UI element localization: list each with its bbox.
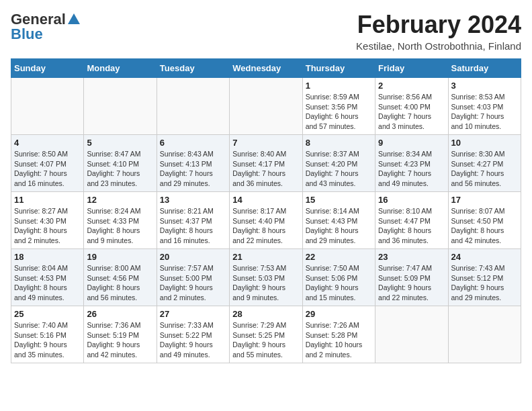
calendar-cell: 27Sunrise: 7:33 AM Sunset: 5:22 PM Dayli… [157,306,229,363]
location: Kestilae, North Ostrobothnia, Finland [356,40,521,52]
day-number: 18 [14,252,81,262]
day-number: 27 [160,309,226,319]
day-info: Sunrise: 8:30 AM Sunset: 4:27 PM Dayligh… [451,149,518,189]
calendar-cell: 5Sunrise: 8:47 AM Sunset: 4:10 PM Daylig… [84,135,157,192]
day-info: Sunrise: 8:59 AM Sunset: 3:56 PM Dayligh… [306,92,372,132]
col-header-tuesday: Tuesday [157,59,229,78]
day-info: Sunrise: 8:43 AM Sunset: 4:13 PM Dayligh… [160,149,226,189]
day-info: Sunrise: 7:29 AM Sunset: 5:25 PM Dayligh… [232,320,299,360]
day-info: Sunrise: 8:56 AM Sunset: 4:00 PM Dayligh… [378,92,445,132]
svg-marker-0 [68,13,80,24]
calendar-cell: 17Sunrise: 8:07 AM Sunset: 4:50 PM Dayli… [448,192,521,249]
day-info: Sunrise: 7:47 AM Sunset: 5:09 PM Dayligh… [378,263,445,303]
col-header-friday: Friday [375,59,448,78]
day-number: 6 [160,138,226,148]
day-info: Sunrise: 8:17 AM Sunset: 4:40 PM Dayligh… [232,206,299,246]
calendar-week-row: 4Sunrise: 8:50 AM Sunset: 4:07 PM Daylig… [11,135,521,192]
day-number: 7 [232,138,299,148]
day-number: 17 [451,195,518,205]
day-number: 20 [160,252,226,262]
calendar-cell: 1Sunrise: 8:59 AM Sunset: 3:56 PM Daylig… [302,78,375,135]
calendar-week-row: 1Sunrise: 8:59 AM Sunset: 3:56 PM Daylig… [11,78,521,135]
calendar-cell [11,78,84,135]
day-info: Sunrise: 8:04 AM Sunset: 4:53 PM Dayligh… [14,263,81,303]
calendar-cell [84,78,157,135]
day-info: Sunrise: 7:40 AM Sunset: 5:16 PM Dayligh… [14,320,81,360]
col-header-saturday: Saturday [448,59,521,78]
title-area: February 2024 Kestilae, North Ostrobothn… [356,11,521,52]
day-info: Sunrise: 8:40 AM Sunset: 4:17 PM Dayligh… [232,149,299,189]
calendar-cell: 21Sunrise: 7:53 AM Sunset: 5:03 PM Dayli… [230,249,302,306]
calendar-cell: 24Sunrise: 7:43 AM Sunset: 5:12 PM Dayli… [448,249,521,306]
day-info: Sunrise: 7:50 AM Sunset: 5:06 PM Dayligh… [306,263,372,303]
day-number: 10 [451,138,518,148]
day-info: Sunrise: 8:24 AM Sunset: 4:33 PM Dayligh… [87,206,153,246]
col-header-monday: Monday [84,59,157,78]
day-info: Sunrise: 8:37 AM Sunset: 4:20 PM Dayligh… [306,149,372,189]
calendar-cell: 14Sunrise: 8:17 AM Sunset: 4:40 PM Dayli… [230,192,302,249]
calendar-cell [448,306,521,363]
col-header-thursday: Thursday [302,59,375,78]
day-number: 2 [378,81,445,91]
calendar-cell: 20Sunrise: 7:57 AM Sunset: 5:00 PM Dayli… [157,249,229,306]
day-number: 14 [232,195,299,205]
day-number: 22 [306,252,372,262]
calendar: SundayMondayTuesdayWednesdayThursdayFrid… [11,58,521,363]
calendar-cell: 4Sunrise: 8:50 AM Sunset: 4:07 PM Daylig… [11,135,84,192]
day-number: 29 [306,309,372,319]
calendar-cell: 23Sunrise: 7:47 AM Sunset: 5:09 PM Dayli… [375,249,448,306]
day-number: 28 [232,309,299,319]
day-number: 16 [378,195,445,205]
month-year: February 2024 [356,11,521,39]
day-info: Sunrise: 8:34 AM Sunset: 4:23 PM Dayligh… [378,149,445,189]
day-info: Sunrise: 8:21 AM Sunset: 4:37 PM Dayligh… [160,206,226,246]
calendar-cell: 9Sunrise: 8:34 AM Sunset: 4:23 PM Daylig… [375,135,448,192]
calendar-cell: 22Sunrise: 7:50 AM Sunset: 5:06 PM Dayli… [302,249,375,306]
day-number: 25 [14,309,81,319]
day-number: 12 [87,195,153,205]
calendar-header-row: SundayMondayTuesdayWednesdayThursdayFrid… [11,59,521,78]
day-info: Sunrise: 7:57 AM Sunset: 5:00 PM Dayligh… [160,263,226,303]
day-info: Sunrise: 8:27 AM Sunset: 4:30 PM Dayligh… [14,206,81,246]
calendar-cell: 8Sunrise: 8:37 AM Sunset: 4:20 PM Daylig… [302,135,375,192]
calendar-cell: 29Sunrise: 7:26 AM Sunset: 5:28 PM Dayli… [302,306,375,363]
calendar-cell [375,306,448,363]
day-info: Sunrise: 7:43 AM Sunset: 5:12 PM Dayligh… [451,263,518,303]
logo-blue-text: Blue [11,26,43,43]
day-info: Sunrise: 8:10 AM Sunset: 4:47 PM Dayligh… [378,206,445,246]
calendar-cell: 13Sunrise: 8:21 AM Sunset: 4:37 PM Dayli… [157,192,229,249]
calendar-cell: 6Sunrise: 8:43 AM Sunset: 4:13 PM Daylig… [157,135,229,192]
calendar-cell: 12Sunrise: 8:24 AM Sunset: 4:33 PM Dayli… [84,192,157,249]
calendar-cell: 28Sunrise: 7:29 AM Sunset: 5:25 PM Dayli… [230,306,302,363]
day-number: 5 [87,138,153,148]
calendar-week-row: 25Sunrise: 7:40 AM Sunset: 5:16 PM Dayli… [11,306,521,363]
calendar-cell [157,78,229,135]
calendar-cell: 7Sunrise: 8:40 AM Sunset: 4:17 PM Daylig… [230,135,302,192]
day-number: 13 [160,195,226,205]
calendar-cell: 10Sunrise: 8:30 AM Sunset: 4:27 PM Dayli… [448,135,521,192]
day-number: 19 [87,252,153,262]
day-number: 9 [378,138,445,148]
day-info: Sunrise: 8:14 AM Sunset: 4:43 PM Dayligh… [306,206,372,246]
day-number: 4 [14,138,81,148]
day-info: Sunrise: 8:07 AM Sunset: 4:50 PM Dayligh… [451,206,518,246]
calendar-cell: 3Sunrise: 8:53 AM Sunset: 4:03 PM Daylig… [448,78,521,135]
col-header-wednesday: Wednesday [230,59,302,78]
day-number: 26 [87,309,153,319]
day-number: 3 [451,81,518,91]
day-number: 1 [306,81,372,91]
day-info: Sunrise: 8:53 AM Sunset: 4:03 PM Dayligh… [451,92,518,132]
calendar-cell: 2Sunrise: 8:56 AM Sunset: 4:00 PM Daylig… [375,78,448,135]
col-header-sunday: Sunday [11,59,84,78]
calendar-week-row: 11Sunrise: 8:27 AM Sunset: 4:30 PM Dayli… [11,192,521,249]
day-number: 23 [378,252,445,262]
day-info: Sunrise: 7:53 AM Sunset: 5:03 PM Dayligh… [232,263,299,303]
logo: General Blue [11,11,82,43]
calendar-cell: 18Sunrise: 8:04 AM Sunset: 4:53 PM Dayli… [11,249,84,306]
calendar-cell: 16Sunrise: 8:10 AM Sunset: 4:47 PM Dayli… [375,192,448,249]
calendar-cell: 11Sunrise: 8:27 AM Sunset: 4:30 PM Dayli… [11,192,84,249]
day-number: 24 [451,252,518,262]
calendar-cell: 26Sunrise: 7:36 AM Sunset: 5:19 PM Dayli… [84,306,157,363]
day-number: 15 [306,195,372,205]
day-number: 11 [14,195,81,205]
